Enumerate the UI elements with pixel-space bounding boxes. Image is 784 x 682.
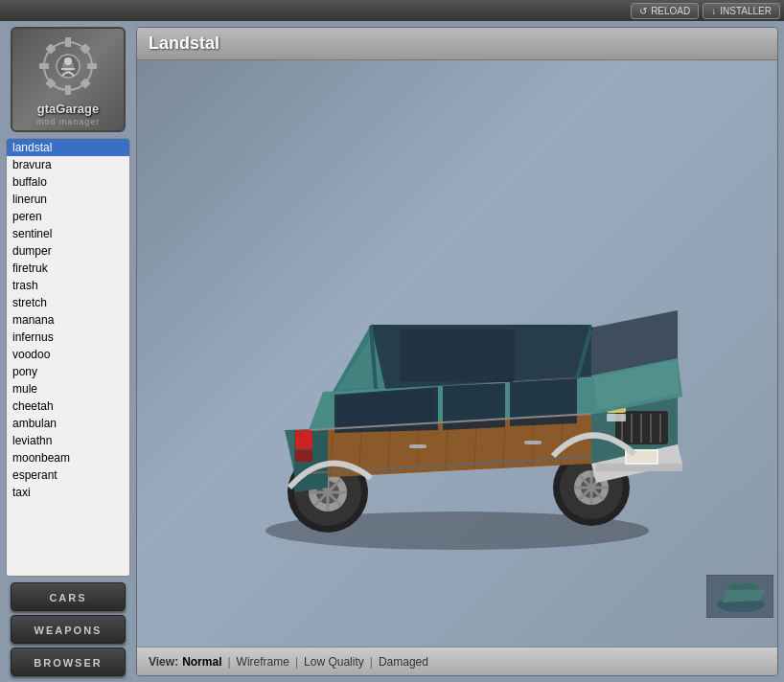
- svg-rect-66: [524, 441, 542, 444]
- list-item[interactable]: leviathn: [7, 432, 129, 449]
- view-label: View:: [149, 655, 178, 669]
- content-header: Landstal: [137, 28, 777, 60]
- svg-marker-60: [443, 383, 505, 430]
- svg-rect-4: [39, 63, 49, 69]
- vehicle-list: landstalbravurabuffalolinerunperensentin…: [6, 138, 130, 577]
- svg-marker-61: [510, 378, 577, 426]
- view-damaged-link[interactable]: Damaged: [379, 655, 428, 669]
- car-svg: [179, 148, 735, 559]
- list-item[interactable]: moonbeam: [7, 449, 129, 466]
- vehicle-list-container[interactable]: landstalbravurabuffalolinerunperensentin…: [7, 139, 129, 576]
- model-viewport[interactable]: [137, 60, 777, 647]
- logo-area: gtaGarage mod manager: [11, 27, 126, 132]
- list-item[interactable]: landstal: [7, 139, 129, 156]
- svg-rect-55: [596, 464, 682, 471]
- logo-subtitle: mod manager: [36, 117, 101, 126]
- top-bar: ↺ RELOAD ↓ INSTALLER: [0, 0, 784, 21]
- svg-rect-6: [45, 44, 56, 55]
- svg-rect-9: [80, 79, 90, 89]
- mini-thumbnail: [706, 575, 773, 618]
- logo-gear-icon: [35, 33, 102, 100]
- list-item[interactable]: dumper: [7, 242, 129, 260]
- list-item[interactable]: peren: [7, 208, 129, 225]
- svg-marker-79: [722, 590, 765, 602]
- cars-button[interactable]: CARS: [11, 582, 126, 611]
- svg-rect-53: [607, 414, 626, 421]
- list-item[interactable]: taxi: [7, 484, 129, 501]
- view-wireframe-link[interactable]: Wireframe: [237, 655, 289, 669]
- list-item[interactable]: linerun: [7, 191, 129, 208]
- svg-rect-2: [65, 37, 71, 47]
- list-item[interactable]: mule: [7, 380, 129, 398]
- svg-rect-70: [295, 450, 312, 462]
- svg-rect-5: [87, 63, 97, 69]
- browser-button[interactable]: BROWSER: [11, 648, 126, 676]
- nav-buttons: CARS WEAPONS BROWSER: [6, 582, 130, 676]
- svg-point-11: [64, 57, 72, 65]
- list-item[interactable]: voodoo: [7, 346, 129, 363]
- list-item[interactable]: bravura: [7, 156, 129, 173]
- list-item[interactable]: sentinel: [7, 225, 129, 242]
- view-normal-link[interactable]: Normal: [182, 655, 221, 669]
- logo-title: gtaGarage: [37, 102, 99, 117]
- sidebar: gtaGarage mod manager landstalbravurabuf…: [6, 27, 130, 676]
- reload-button[interactable]: ↺ RELOAD: [631, 3, 699, 19]
- car-display: [179, 148, 735, 559]
- svg-marker-80: [726, 583, 760, 590]
- svg-rect-7: [80, 44, 90, 55]
- svg-rect-8: [45, 79, 56, 89]
- weapons-button[interactable]: WEAPONS: [11, 615, 126, 644]
- list-item[interactable]: infernus: [7, 329, 129, 346]
- svg-rect-65: [409, 444, 427, 448]
- list-item[interactable]: trash: [7, 277, 129, 294]
- list-item[interactable]: stretch: [7, 294, 129, 311]
- list-item[interactable]: manana: [7, 311, 129, 329]
- list-item[interactable]: ambulan: [7, 415, 129, 432]
- view-bar: View: Normal | Wireframe | Low Quality |…: [137, 647, 777, 675]
- view-lowquality-link[interactable]: Low Quality: [304, 655, 364, 669]
- installer-icon: ↓: [711, 6, 716, 16]
- installer-button[interactable]: ↓ INSTALLER: [703, 3, 780, 19]
- main-container: gtaGarage mod manager landstalbravurabuf…: [0, 21, 784, 682]
- vehicle-title: Landstal: [149, 34, 219, 54]
- list-item[interactable]: buffalo: [7, 173, 129, 191]
- svg-rect-3: [65, 85, 71, 95]
- list-item[interactable]: cheetah: [7, 398, 129, 415]
- list-item[interactable]: firetruk: [7, 260, 129, 277]
- svg-rect-69: [295, 430, 312, 449]
- list-item[interactable]: pony: [7, 363, 129, 380]
- list-item[interactable]: esperant: [7, 466, 129, 484]
- reload-icon: ↺: [639, 6, 647, 16]
- content-area: Landstal: [136, 27, 778, 676]
